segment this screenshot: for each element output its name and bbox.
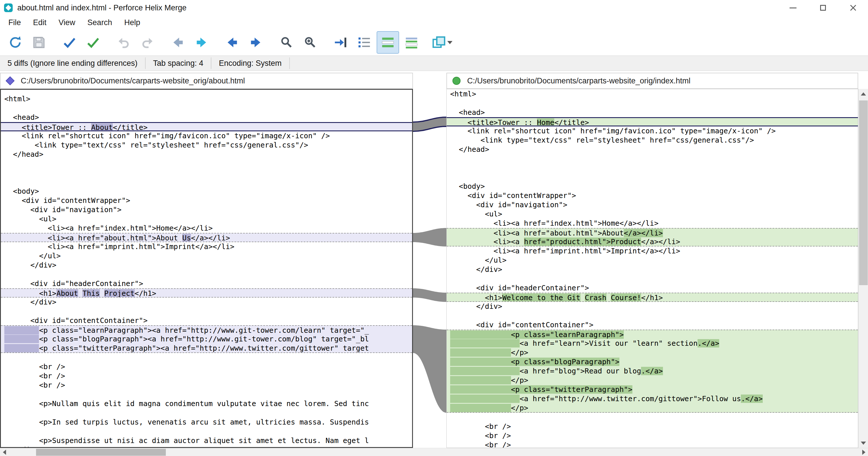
line-numbers-toggle[interactable] <box>353 31 375 54</box>
right-file-marker-icon <box>453 77 461 85</box>
code-line: <br /> <box>1 371 412 381</box>
code-line: <title>Tower :: About</title> <box>1 122 412 131</box>
horizontal-scrollbar[interactable] <box>0 448 868 456</box>
menu-file[interactable]: File <box>2 16 27 29</box>
code-line: <p>In sed turpis luctus, venenatis arcu … <box>1 418 412 427</box>
code-line: <div id="contentContainer"> <box>447 320 858 330</box>
code-line: <link rel="shortcut icon" href="img/favi… <box>1 131 412 141</box>
code-line: <li><a href="about.html">About Us</a></l… <box>1 233 412 242</box>
statusbar: 5 diffs (Ignore line ending differences)… <box>0 55 868 71</box>
right-file-header: C:/Users/brunobrito/Documents/carparts-w… <box>446 73 858 89</box>
layout-dropdown-caret[interactable] <box>447 41 453 44</box>
close-button[interactable] <box>838 0 868 16</box>
side-by-side-view-button[interactable] <box>400 31 423 54</box>
code-line: </head> <box>1 150 412 159</box>
up-arrow-icon <box>861 92 866 95</box>
code-line <box>447 274 858 283</box>
blue-check-icon <box>62 35 77 50</box>
code-line: <div id="headerContainer"> <box>1 279 412 288</box>
code-line: <li><a href="imprint.html">Imprint</a></… <box>1 242 412 251</box>
code-line: <body> <box>447 182 858 191</box>
magnifier-plus-icon <box>303 35 317 50</box>
left-code-pane[interactable]: <html> <head> <title>Tower :: About</tit… <box>0 89 413 448</box>
code-line <box>1 390 412 399</box>
refresh-button[interactable] <box>4 31 27 54</box>
prev-conflict-button[interactable] <box>221 31 243 54</box>
code-line: <div id="navigation"> <box>447 200 858 209</box>
vertical-scroll-thumb[interactable] <box>859 101 868 285</box>
arrow-right-icon <box>249 35 263 50</box>
find-options-button[interactable] <box>299 31 321 54</box>
menu-search[interactable]: Search <box>81 16 118 29</box>
left-file-header: C:/Users/brunobrito/Documents/carparts-w… <box>0 73 413 89</box>
save-icon <box>32 35 46 50</box>
menu-help[interactable]: Help <box>118 16 147 29</box>
code-line: <div id="headerContainer"> <box>447 283 858 293</box>
code-line <box>1 427 412 436</box>
accept-left-button[interactable] <box>58 31 81 54</box>
code-line <box>447 163 858 173</box>
find-button[interactable] <box>275 31 298 54</box>
code-line: </div> <box>447 302 858 311</box>
goto-line-button[interactable] <box>329 31 352 54</box>
scroll-right-arrow[interactable] <box>859 448 868 456</box>
right-code-pane[interactable]: <html> <head> <title>Tower :: Home</titl… <box>446 89 858 448</box>
code-line: </div> <box>1 297 412 307</box>
code-line: <li><a href="about.html">About</a></li> <box>447 228 858 237</box>
scroll-down-arrow[interactable] <box>859 438 868 448</box>
code-line: <div id="contentWrapper"> <box>1 196 412 205</box>
menu-edit[interactable]: Edit <box>27 16 53 29</box>
layout-icon <box>432 35 446 50</box>
inline-diff-view-button[interactable] <box>377 31 399 54</box>
code-line: </div> <box>1 261 412 270</box>
layout-button[interactable] <box>431 31 453 54</box>
menu-view[interactable]: View <box>53 16 81 29</box>
right-arrow-icon <box>862 450 865 455</box>
code-line <box>1 159 412 168</box>
code-line: <h1>About This Project</h1> <box>1 288 412 297</box>
app-icon <box>4 3 13 12</box>
undo-button[interactable] <box>113 31 135 54</box>
scroll-up-arrow[interactable] <box>859 89 868 99</box>
code-line: </div> <box>447 265 858 274</box>
maximize-button[interactable] <box>808 0 838 16</box>
code-line <box>1 353 412 362</box>
save-button[interactable] <box>28 31 50 54</box>
green-check-icon <box>86 35 100 50</box>
next-conflict-button[interactable] <box>245 31 267 54</box>
diff-connector-heading <box>413 288 446 302</box>
code-line: <a href="learn">Visit our "learn" sectio… <box>447 339 858 348</box>
code-line: <div id="navigation"> <box>1 205 412 215</box>
arrow-right-icon <box>194 35 209 50</box>
code-line: <ul> <box>447 209 858 219</box>
code-line <box>447 154 858 163</box>
inline-diff-icon <box>381 35 395 50</box>
prev-diff-button[interactable] <box>167 31 189 54</box>
left-file-marker-icon <box>5 76 14 85</box>
code-line: </p> <box>447 403 858 413</box>
code-line: </div> <box>1 445 412 448</box>
code-line: <br /> <box>447 422 858 431</box>
next-diff-button[interactable] <box>190 31 213 54</box>
window-title: about.html and index.html - Perforce Hel… <box>17 3 187 12</box>
redo-icon <box>140 35 155 50</box>
code-line: </ul> <box>447 256 858 265</box>
horizontal-scroll-thumb[interactable] <box>36 449 166 456</box>
menubar: File Edit View Search Help <box>0 16 868 29</box>
left-arrow-icon <box>3 450 6 455</box>
minimize-button[interactable] <box>778 0 808 16</box>
redo-button[interactable] <box>136 31 159 54</box>
diff-connector-gutter <box>413 89 446 448</box>
toolbar <box>0 29 868 55</box>
code-line <box>447 413 858 422</box>
diff-area: <html> <head> <title>Tower :: About</tit… <box>0 89 868 448</box>
code-line <box>1 270 412 279</box>
vertical-scrollbar[interactable] <box>858 89 868 448</box>
code-line: <p class="blogParagraph"> <box>447 357 858 367</box>
code-line: <link type="text/css" rel="stylesheet" h… <box>447 136 858 145</box>
right-file-path: C:/Users/brunobrito/Documents/carparts-w… <box>467 77 690 85</box>
magnifier-icon <box>279 35 293 50</box>
scroll-left-arrow[interactable] <box>0 448 9 456</box>
accept-right-button[interactable] <box>82 31 104 54</box>
code-line: <p>Suspendisse ut nisi ac diam auctor al… <box>1 436 412 445</box>
